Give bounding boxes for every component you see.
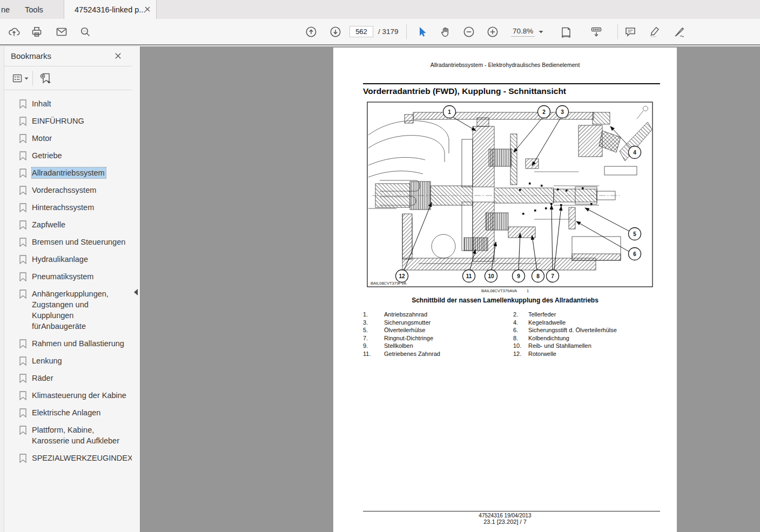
bookmark-label: Pneumatiksystem — [32, 271, 127, 282]
comment-icon[interactable] — [624, 25, 637, 38]
bookmark-icon — [19, 390, 26, 401]
figure-code-label: BAIL08CVT379FVA — [371, 281, 406, 286]
bookmark-item[interactable]: Getriebe — [4, 150, 132, 161]
callout-12: 12 — [399, 273, 405, 279]
bookmark-icon — [19, 373, 26, 383]
zoom-out-icon[interactable] — [462, 25, 475, 38]
legend-item-number: 2. — [513, 312, 528, 318]
bookmark-item[interactable]: Plattform, Kabine, Karosserie und Aufkle… — [4, 425, 132, 446]
page-total-label: / 3179 — [378, 19, 399, 44]
bookmark-label: Getriebe — [32, 150, 127, 161]
bookmark-icon — [19, 237, 26, 247]
bookmark-item[interactable]: Klimasteuerung der Kabine — [4, 390, 132, 401]
bookmark-label: Hydraulikanlage — [32, 254, 127, 265]
chevron-down-icon — [539, 30, 543, 33]
callout-4: 4 — [633, 150, 636, 156]
zoom-in-icon[interactable] — [486, 25, 499, 38]
header-rule — [363, 83, 660, 84]
bookmark-item[interactable]: Pneumatiksystem — [4, 271, 132, 282]
callout-10: 10 — [488, 273, 494, 279]
zoom-level-value: 70.8% — [511, 27, 535, 37]
legend-item-label: Reib- und Stahllamellen — [528, 343, 591, 349]
tab-tools[interactable]: Tools — [18, 0, 50, 19]
next-page-icon[interactable] — [329, 25, 342, 38]
highlighter-icon[interactable] — [648, 25, 661, 38]
legend-item: 6. Sicherungsstift d. Ölverteilerhülse — [513, 327, 617, 333]
legend-item-label: Tellerfeder — [528, 312, 556, 318]
bookmark-item[interactable]: Motor — [4, 133, 132, 144]
bookmark-item[interactable]: Zapfwelle — [4, 219, 132, 230]
page-number-input[interactable] — [349, 26, 373, 37]
bookmark-item[interactable]: EINFÜHRUNG — [4, 116, 132, 126]
legend-item-number: 11. — [363, 351, 384, 357]
legend-item-label: Kolbendichtung — [528, 335, 569, 341]
bookmark-item[interactable]: Räder — [4, 373, 132, 383]
callout-2: 2 — [542, 109, 546, 115]
tab-home-partial[interactable]: ne — [0, 0, 14, 19]
fill-sign-icon[interactable] — [673, 25, 686, 38]
legend-item-number: 9. — [363, 343, 384, 349]
callout-1: 1 — [448, 109, 451, 115]
scroll-mode-icon[interactable] — [590, 25, 603, 38]
find-current-bookmark-icon[interactable] — [39, 71, 53, 85]
bookmark-label: EINFÜHRUNG — [32, 116, 127, 126]
legend-item-number: 6. — [513, 327, 528, 333]
bookmark-label: Vorderachssystem — [32, 185, 127, 196]
legend-column-right: 2. Tellerfeder 4. Kegelradwelle 6. Siche… — [513, 312, 617, 359]
panel-divider[interactable] — [132, 46, 140, 532]
bookmarks-toolbar — [4, 66, 132, 90]
print-icon[interactable] — [30, 25, 43, 38]
bookmark-options-icon[interactable] — [11, 72, 23, 84]
tab-close-icon[interactable] — [143, 5, 152, 14]
bookmark-label: Bremsen und Steuerungen — [32, 237, 127, 247]
bookmarks-panel: Bookmarks — [4, 46, 132, 532]
bookmark-item[interactable]: Elektrische Anlagen — [4, 407, 132, 418]
legend-item: 8. Kolbendichtung — [513, 335, 617, 341]
zoom-level-dropdown[interactable]: 70.8% — [511, 19, 543, 44]
email-icon[interactable] — [55, 25, 68, 38]
figure-title: Schnittbild der nassen Lamellenkupplung … — [333, 297, 677, 304]
tab-document[interactable]: 47524316-linked p... — [64, 0, 157, 19]
pdf-page: Allradantriebssystem - Elektrohydraulisc… — [333, 48, 677, 532]
previous-page-icon[interactable] — [305, 25, 318, 38]
bookmark-icon — [19, 185, 26, 196]
bookmark-item[interactable]: Hydraulikanlage — [4, 254, 132, 265]
figure-caption-code: BAIL08CVT379AVA1 — [333, 288, 677, 293]
legend-item-number: 1. — [363, 312, 384, 318]
share-cloud-icon[interactable] — [8, 25, 21, 38]
callout-11: 11 — [466, 273, 472, 279]
navigation-pane-strip — [0, 46, 4, 532]
bookmark-item[interactable]: Inhalt — [4, 98, 132, 109]
legend-item: 7. Ringnut-Dichtringe — [363, 335, 440, 341]
bookmark-item[interactable]: Rahmen und Ballastierung — [4, 338, 132, 349]
legend-item-label: Sicherungsstift d. Ölverteilerhülse — [528, 327, 617, 333]
bookmark-label: Elektrische Anlagen — [32, 407, 127, 418]
bookmark-item[interactable]: Bremsen und Steuerungen — [4, 237, 132, 247]
footer-rule — [363, 511, 660, 511]
bookmarks-close-icon[interactable] — [114, 52, 122, 60]
hand-tool-icon[interactable] — [439, 25, 452, 38]
legend-item-label: Ringnut-Dichtringe — [384, 335, 433, 341]
bookmark-item[interactable]: Hinterachssystem — [4, 202, 132, 213]
bookmark-item[interactable]: Vorderachssystem — [4, 185, 132, 196]
footer-section-number: 23.1 [23.202] / 7 — [333, 518, 677, 525]
bookmark-item[interactable]: Lenkung — [4, 355, 132, 366]
tab-document-label: 47524316-linked p... — [75, 5, 145, 14]
page-fit-icon[interactable] — [560, 25, 573, 38]
bookmark-item[interactable]: Allradantriebssystem — [4, 167, 132, 178]
bookmark-label: Anhängerkupplungen, Zugstangen und Kuppl… — [32, 288, 127, 332]
select-tool-icon[interactable] — [415, 25, 428, 38]
toolbar-separator — [617, 24, 618, 39]
collapse-panel-icon[interactable] — [134, 289, 138, 295]
legend-item: 10. Reib- und Stahllamellen — [513, 343, 617, 349]
footer-doc-number: 47524316 19/04/2013 — [333, 513, 677, 518]
bookmarks-toolbar-separator — [32, 71, 33, 86]
bookmark-item[interactable]: Anhängerkupplungen, Zugstangen und Kuppl… — [4, 288, 132, 332]
legend-column-left: 1. Antriebszahnrad 3. Sicherungsmutter 5… — [363, 312, 440, 359]
legend-item: 11. Getriebenes Zahnrad — [363, 351, 440, 357]
legend-item-number: 7. — [363, 335, 384, 341]
search-icon[interactable] — [79, 25, 92, 38]
document-canvas[interactable]: Allradantriebssystem - Elektrohydraulisc… — [140, 46, 760, 532]
bookmark-item[interactable]: SPEZIALWERKZEUGINDEX — [4, 453, 132, 463]
bookmark-options-chevron-icon[interactable] — [24, 77, 29, 80]
